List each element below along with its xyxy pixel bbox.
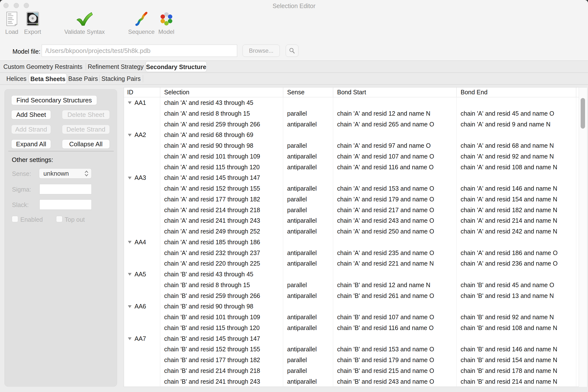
cell-bstart: chain 'A' and resid 243 and name O <box>333 215 456 226</box>
cell-text: chain 'B' and resid 243 and name O <box>337 378 434 385</box>
sigma-field[interactable] <box>40 184 92 194</box>
tab-stacking-pairs[interactable]: Stacking Pairs <box>99 73 143 84</box>
cell-bstart <box>333 237 456 248</box>
table-row[interactable]: chain 'B' and resid 101 through 109antip… <box>124 312 587 323</box>
tab-base-pairs[interactable]: Base Pairs <box>67 73 99 84</box>
vertical-scrollbar-thumb[interactable] <box>581 98 585 128</box>
vertical-scrollbar[interactable] <box>579 88 587 387</box>
table-row[interactable]: chain 'A' and resid 241 through 243antip… <box>124 215 587 226</box>
sense-dropdown[interactable]: unknown <box>39 168 92 178</box>
stepper-chevrons-icon <box>84 170 89 177</box>
cell-sel: chain 'B' and resid 152 through 155 <box>160 344 283 355</box>
collapse-all-button[interactable]: Collapse All <box>62 140 110 149</box>
table-row[interactable]: AA1chain 'A' and resid 43 through 45 <box>124 98 587 108</box>
disclosure-triangle-icon[interactable] <box>128 101 132 104</box>
table-row[interactable]: chain 'A' and resid 101 through 109antip… <box>124 151 587 162</box>
table-row[interactable]: chain 'B' and resid 259 through 266antip… <box>124 290 587 301</box>
selection-editor-window: Selection Editor Load <box>0 0 588 392</box>
disclosure-triangle-icon[interactable] <box>128 134 132 137</box>
toolbar-button-load[interactable]: Load <box>5 11 18 35</box>
table-row[interactable]: chain 'B' and resid 115 through 120antip… <box>124 323 587 334</box>
cell-sense: antiparallel <box>283 151 333 162</box>
delete-strand-button[interactable]: Delete Strand <box>62 125 110 134</box>
disclosure-triangle-icon[interactable] <box>128 305 132 308</box>
model-file-input[interactable] <box>42 44 237 57</box>
cell-text: chain 'A' and resid 249 through 252 <box>164 228 260 235</box>
cell-sense: parallel <box>283 194 333 205</box>
tab-refinement-strategy[interactable]: Refinement Strategy <box>86 61 146 72</box>
toolbar-button-validate-syntax[interactable]: Validate Syntax <box>64 11 105 35</box>
disclosure-triangle-icon[interactable] <box>128 240 132 244</box>
table-row[interactable]: AA2chain 'A' and resid 68 through 69 <box>124 130 587 140</box>
tab-beta-sheets[interactable]: Beta Sheets <box>29 73 67 84</box>
table-row[interactable]: chain 'A' and resid 115 through 120antip… <box>124 162 587 173</box>
cell-bend: chain 'B' and resid 214 and name N <box>456 376 576 387</box>
table-row[interactable]: chain 'A' and resid 152 through 155antip… <box>124 183 587 194</box>
cell-sense: parallel <box>283 355 333 366</box>
expand-all-button[interactable]: Expand All <box>11 140 51 149</box>
table-row[interactable]: chain 'B' and resid 8 through 15parallel… <box>124 280 587 290</box>
cell-bend: chain 'B' and resid 45 and name O <box>456 280 576 290</box>
add-sheet-button[interactable]: Add Sheet <box>11 110 51 119</box>
cell-sense <box>283 172 333 183</box>
table-row[interactable]: AA7chain 'B' and resid 145 through 147 <box>124 334 587 344</box>
cell-bend: chain 'A' and resid 186 and name O <box>456 248 576 258</box>
tab-helices[interactable]: Helices <box>3 73 30 84</box>
column-header-bond-end[interactable]: Bond End <box>456 88 576 97</box>
table-row[interactable]: AA6chain 'B' and resid 90 through 98 <box>124 301 587 312</box>
cell-sel: chain 'A' and resid 185 through 186 <box>160 237 283 248</box>
cell-id <box>124 290 160 301</box>
beta-sheets-sidebar: Find Secondary Structures Add Sheet Dele… <box>4 89 117 386</box>
table-row[interactable]: chain 'A' and resid 177 through 182paral… <box>124 194 587 205</box>
table-row[interactable]: chain 'A' and resid 90 through 98paralle… <box>124 140 587 151</box>
table-row[interactable]: chain 'A' and resid 232 through 237antip… <box>124 248 587 258</box>
cell-text: chain 'A' and resid 145 through 147 <box>164 174 260 181</box>
toolbar-button-export[interactable]: Export <box>24 11 41 35</box>
cell-bstart: chain 'A' and resid 116 and name O <box>333 162 456 173</box>
cell-text: parallel <box>287 206 307 214</box>
table-row[interactable]: chain 'B' and resid 241 through 243antip… <box>124 376 587 387</box>
table-row[interactable]: chain 'A' and resid 220 through 225antip… <box>124 258 587 269</box>
column-header-sense[interactable]: Sense <box>283 88 333 97</box>
enabled-checkbox[interactable] <box>12 216 18 222</box>
cell-text: antiparallel <box>287 164 317 170</box>
browse-button[interactable]: Browse... <box>242 44 280 57</box>
tab-custom-geometry-restraints[interactable]: Custom Geometry Restraints <box>0 61 86 72</box>
add-strand-button[interactable]: Add Strand <box>11 125 51 134</box>
table-row[interactable]: chain 'B' and resid 214 through 218paral… <box>124 366 587 376</box>
top-out-checkbox[interactable] <box>56 216 62 222</box>
table-row[interactable]: chain 'A' and resid 249 through 252antip… <box>124 226 587 237</box>
cell-bend <box>456 269 576 280</box>
cell-text: chain 'B' and resid 13 and name N <box>460 292 554 299</box>
toolbar-button-model[interactable]: Model <box>158 11 174 35</box>
cell-sel: chain 'A' and resid 177 through 182 <box>160 194 283 205</box>
toolbar-label-load: Load <box>5 28 18 35</box>
top-out-checkbox-label: Top out <box>65 216 85 223</box>
delete-sheet-button[interactable]: Delete Sheet <box>62 110 110 119</box>
cell-bend <box>456 98 576 108</box>
slack-label: Slack: <box>12 202 29 208</box>
cell-bend: chain 'A' and resid 9 and name N <box>456 119 576 130</box>
column-header-id[interactable]: ID <box>124 88 160 97</box>
cell-bstart: chain 'A' and resid 217 and name O <box>333 205 456 216</box>
table-row[interactable]: chain 'A' and resid 214 through 218paral… <box>124 205 587 216</box>
table-row[interactable]: chain 'A' and resid 8 through 15parallel… <box>124 108 587 119</box>
slack-field[interactable] <box>40 200 92 210</box>
cell-id <box>124 344 160 355</box>
tab-secondary-structure[interactable]: Secondary Structure <box>146 61 207 72</box>
column-header-selection[interactable]: Selection <box>160 88 283 97</box>
disclosure-triangle-icon[interactable] <box>128 176 132 180</box>
find-secondary-structures-button[interactable]: Find Secondary Structures <box>11 95 97 105</box>
disclosure-triangle-icon[interactable] <box>128 337 132 340</box>
cell-text: chain 'B' and resid 101 through 109 <box>164 314 260 320</box>
table-row[interactable]: AA5chain 'B' and resid 43 through 45 <box>124 269 587 280</box>
table-row[interactable]: AA3chain 'A' and resid 145 through 147 <box>124 172 587 183</box>
table-row[interactable]: AA4chain 'A' and resid 185 through 186 <box>124 237 587 248</box>
table-row[interactable]: chain 'B' and resid 177 through 182paral… <box>124 355 587 366</box>
table-row[interactable]: chain 'B' and resid 152 through 155antip… <box>124 344 587 355</box>
disclosure-triangle-icon[interactable] <box>128 273 132 276</box>
column-header-bond-start[interactable]: Bond Start <box>333 88 456 97</box>
table-row[interactable]: chain 'A' and resid 259 through 266antip… <box>124 119 587 130</box>
toolbar-button-sequence[interactable]: Sequence <box>128 11 154 35</box>
search-button[interactable] <box>286 44 298 57</box>
